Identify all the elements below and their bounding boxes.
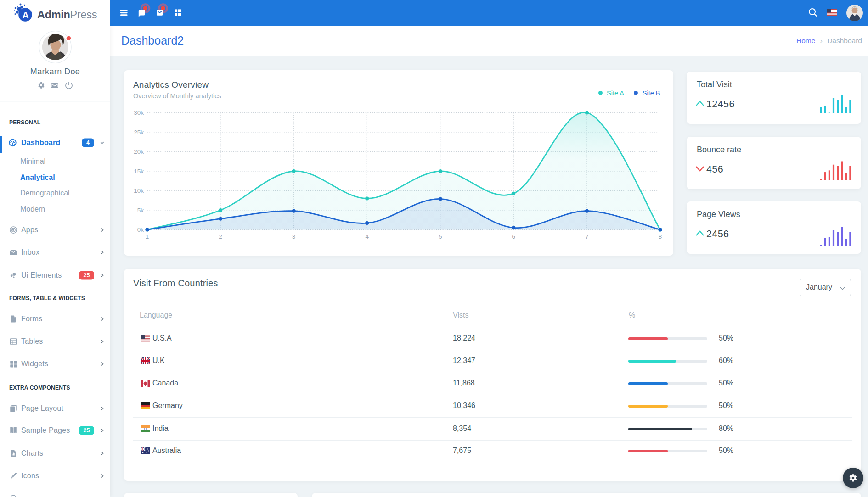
svg-text:7: 7 xyxy=(585,233,589,240)
svg-text:Markarn Doe: Markarn Doe xyxy=(30,67,80,76)
svg-text:6: 6 xyxy=(512,233,516,240)
svg-text:12456: 12456 xyxy=(706,99,735,110)
svg-text:20k: 20k xyxy=(134,148,144,155)
svg-text:15k: 15k xyxy=(134,168,144,174)
svg-text:10k: 10k xyxy=(134,187,144,194)
svg-text:A: A xyxy=(23,10,29,20)
svg-text:2456: 2456 xyxy=(706,229,729,240)
svg-text:AdminPress: AdminPress xyxy=(37,9,97,21)
svg-text:456: 456 xyxy=(706,164,723,175)
svg-text:2: 2 xyxy=(219,233,222,240)
svg-text:0k: 0k xyxy=(137,226,144,233)
svg-text:5k: 5k xyxy=(137,207,144,213)
svg-text:1: 1 xyxy=(146,233,149,240)
svg-text:25k: 25k xyxy=(134,128,144,135)
svg-text:30k: 30k xyxy=(134,109,144,116)
svg-text:5: 5 xyxy=(439,233,442,240)
svg-text:4: 4 xyxy=(365,233,369,240)
svg-text:8: 8 xyxy=(659,233,662,240)
svg-text:3: 3 xyxy=(292,233,296,240)
